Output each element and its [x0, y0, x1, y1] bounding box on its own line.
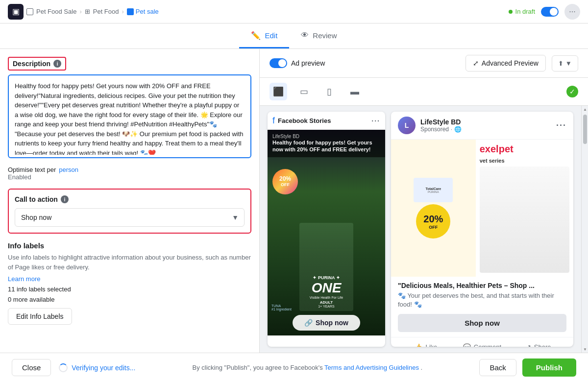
- horizontal-icon: ▬: [350, 87, 359, 97]
- like-button[interactable]: 👍 Like: [398, 339, 454, 347]
- device-horizontal-button[interactable]: ▬: [346, 83, 364, 100]
- cta-select[interactable]: Shop now Learn More Sign Up Book Now Con…: [15, 208, 245, 227]
- discount-pct: 20%: [423, 214, 443, 225]
- description-info-icon[interactable]: i: [53, 60, 61, 68]
- like-icon: 👍: [415, 343, 422, 347]
- bottom-right-area: Back Publish: [479, 358, 576, 377]
- check-icon: ✓: [566, 86, 578, 97]
- breadcrumb-item-1[interactable]: Pet Food Sale: [26, 8, 76, 15]
- device-desktop-button[interactable]: ⬛: [270, 83, 287, 100]
- publish-button[interactable]: Publish: [522, 358, 576, 377]
- stories-header: f Facebook Stories ···: [268, 112, 385, 130]
- edit-icon: ✏️: [251, 31, 261, 40]
- share-action-icon: ↗: [526, 343, 531, 347]
- stories-purina-text: ✦ PURINA ✦ ONE Visible Health For Life A…: [310, 276, 343, 309]
- feed-product-image: [480, 167, 569, 273]
- review-icon: 👁: [301, 31, 309, 40]
- breadcrumb-active[interactable]: Pet sale: [127, 8, 159, 15]
- like-label: Like: [425, 343, 437, 347]
- device-selector: ⬛ ▭ ▯ ▬ ✓: [260, 78, 588, 106]
- ad-preview-label: Ad preview: [291, 59, 325, 67]
- more-button[interactable]: ···: [564, 4, 580, 20]
- product-1-inner: TotalCare PURINA: [425, 187, 441, 193]
- preview-scroll-container: f Facebook Stories ··· LifeStyle BD Heal…: [260, 106, 588, 353]
- adult-label: ADULT: [310, 301, 343, 305]
- device-tablet-button[interactable]: ▭: [295, 83, 313, 100]
- breadcrumb-label-3: Pet sale: [136, 8, 159, 15]
- sidebar-toggle[interactable]: ▣: [8, 4, 24, 20]
- one-label: ONE: [310, 281, 343, 296]
- product-card-1: TotalCare PURINA: [414, 178, 453, 202]
- feed-caption-text: 🐾 Your pet deserves the best, and that s…: [398, 291, 566, 309]
- ad-preview-toggle-switch[interactable]: [270, 58, 287, 68]
- discount-off: OFF: [429, 225, 438, 230]
- right-panel: Ad preview ⤢ Advanced Preview ⬆ ▼ ⬛: [260, 49, 588, 353]
- ad-preview-toggle: Ad preview: [270, 58, 325, 68]
- enabled-label: Enabled: [8, 173, 251, 181]
- advanced-preview-button[interactable]: ⤢ Advanced Preview: [466, 55, 546, 72]
- stories-image: LifeStyle BD Healthy food for happy pets…: [268, 130, 385, 335]
- link-icon: 🔗: [304, 319, 313, 327]
- back-button[interactable]: Back: [479, 359, 516, 376]
- main-content: Description i Healthy food for happy pet…: [0, 49, 588, 353]
- feed-caption-title: "Delicious Meals, Healthier Pets – Shop …: [398, 282, 566, 289]
- visible-label: Visible Health For Life: [310, 296, 343, 300]
- right-scrollbar[interactable]: ▲ ▼: [581, 106, 588, 353]
- tab-edit-label: Edit: [265, 31, 277, 40]
- share-button[interactable]: ⬆ ▼: [552, 55, 578, 72]
- discount-circle: 20% OFF: [416, 204, 450, 239]
- verifying-label: Verifying your edits...: [72, 364, 135, 372]
- status-toggle[interactable]: [541, 7, 559, 17]
- feed-shop-now-button[interactable]: Shop now: [398, 314, 566, 332]
- share-action-button[interactable]: ↗ Share: [510, 339, 566, 347]
- feed-more-button[interactable]: ···: [556, 120, 566, 131]
- feed-avatar: L: [398, 117, 416, 134]
- stories-tuna-label: TUNA #1 Ingredient: [271, 304, 292, 311]
- description-box-wrapper: Healthy food for happy pets! Get yours n…: [8, 74, 251, 158]
- desktop-icon: ⬛: [273, 86, 284, 97]
- cta-info-icon[interactable]: i: [61, 195, 69, 203]
- description-textarea[interactable]: Healthy food for happy pets! Get yours n…: [10, 76, 249, 155]
- stories-label: Facebook Stories: [278, 117, 368, 124]
- feed-brand-name: LifeStyle BD: [420, 118, 551, 126]
- comment-button[interactable]: 💬 Comment: [454, 339, 511, 347]
- scroll-down-arrow[interactable]: ▼: [582, 346, 588, 353]
- stories-brand: LifeStyle BD: [272, 134, 380, 139]
- feed-preview: L LifeStyle BD Sponsored · 🌐 ···: [391, 112, 573, 347]
- facebook-icon: f: [272, 116, 275, 126]
- breadcrumb-label-2: Pet Food: [93, 8, 119, 15]
- breadcrumb: Pet Food Sale › ⊞ Pet Food › Pet sale: [26, 8, 159, 15]
- preview-panels: f Facebook Stories ··· LifeStyle BD Heal…: [260, 106, 581, 353]
- bottom-left-area: Close Verifying your edits...: [12, 359, 135, 376]
- bottom-bar: Close Verifying your edits... By clickin…: [0, 353, 588, 382]
- scroll-up-arrow[interactable]: ▲: [582, 106, 588, 113]
- close-button[interactable]: Close: [12, 359, 51, 376]
- tab-review[interactable]: 👁 Review: [289, 24, 348, 48]
- preview-header: Ad preview ⤢ Advanced Preview ⬆ ▼: [260, 49, 588, 78]
- tab-edit[interactable]: ✏️ Edit: [239, 24, 289, 48]
- tab-bar: ✏️ Edit 👁 Review: [0, 24, 588, 49]
- verifying-row: Verifying your edits...: [59, 363, 135, 372]
- learn-more-link[interactable]: Learn more: [8, 275, 40, 283]
- terms-link[interactable]: Terms and Advertising Guidelines: [324, 364, 419, 371]
- share-icon: ⬆: [558, 60, 564, 67]
- optimise-link[interactable]: person: [59, 166, 78, 173]
- page-icon: [26, 8, 33, 15]
- draft-status: In draft: [509, 8, 535, 15]
- active-icon: [127, 8, 134, 15]
- stories-shop-now-button[interactable]: 🔗 Shop now: [293, 315, 360, 331]
- stories-more-button[interactable]: ···: [371, 117, 380, 125]
- product-brand-text: TotalCare: [425, 187, 441, 191]
- feed-caption: "Delicious Meals, Healthier Pets – Shop …: [391, 277, 573, 314]
- optimise-section: Optimise text per person Enabled: [8, 166, 251, 181]
- comment-icon: 💬: [463, 343, 471, 347]
- optimise-row: Optimise text per person: [8, 166, 251, 173]
- advanced-preview-label: Advanced Preview: [482, 59, 539, 67]
- edit-info-labels-button[interactable]: Edit Info Labels: [8, 308, 72, 325]
- preview-actions: ⤢ Advanced Preview ⬆ ▼: [466, 55, 578, 72]
- breadcrumb-label-1: Pet Food Sale: [36, 8, 76, 15]
- device-mobile-button[interactable]: ▯: [320, 83, 338, 100]
- cta-section: Call to action i Shop now Learn More Sig…: [8, 189, 251, 234]
- breadcrumb-item-2[interactable]: ⊞ Pet Food: [85, 8, 119, 15]
- feed-products-left: TotalCare PURINA 20% OFF: [414, 178, 453, 239]
